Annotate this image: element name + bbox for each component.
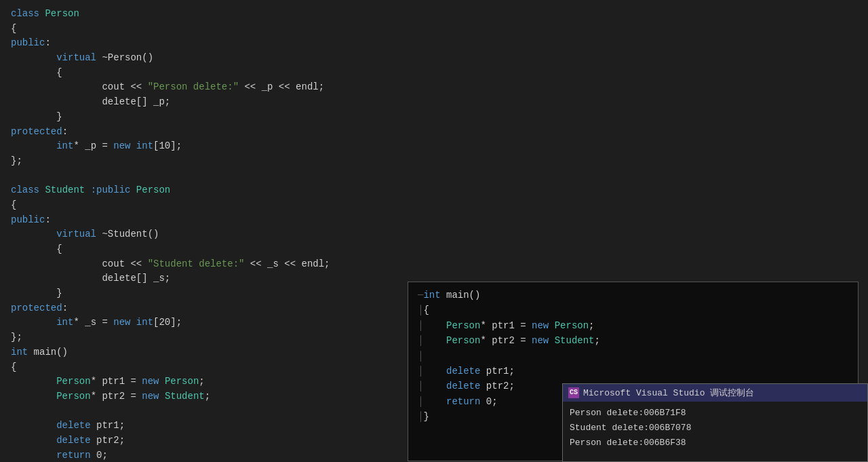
code-line: } (11, 110, 861, 125)
console-line: Person delete:006B6F38 (570, 436, 861, 450)
console-output: Person delete:006B71F8Student delete:006… (563, 402, 867, 455)
code-line: }; (11, 154, 861, 169)
console-title: Microsoft Visual Studio 调试控制台 (583, 387, 754, 399)
code-line: public: (11, 36, 861, 51)
code-line: cout << "Student delete:" << _s << endl; (11, 257, 861, 272)
code-line: virtual ~Person() (11, 51, 861, 66)
overlay-line: │ Person* ptr1 = new Person; (418, 318, 851, 333)
code-line: { (11, 22, 861, 37)
overlay-line: │ (418, 349, 851, 364)
overlay-line: ─int main() (418, 288, 851, 303)
code-line: { (11, 198, 861, 213)
code-line: class Student :public Person (11, 183, 861, 198)
code-line: public: (11, 213, 861, 228)
code-line: int* _p = new int[10]; (11, 139, 861, 154)
code-line: cout << "Person delete:" << _p << endl; (11, 80, 861, 95)
code-line: protected: (11, 125, 861, 140)
overlay-line: │ delete ptr1; (418, 364, 851, 379)
console-line: Student delete:006B7078 (570, 421, 861, 436)
code-line: delete[] _p; (11, 95, 861, 110)
console-panel: CS Microsoft Visual Studio 调试控制台 Person … (562, 383, 868, 462)
vs-icon: CS (568, 387, 579, 398)
overlay-line: │ Person* ptr2 = new Student; (418, 333, 851, 348)
overlay-line: │{ (418, 303, 851, 317)
code-line: class Person (11, 7, 861, 22)
console-line: Person delete:006B71F8 (570, 406, 861, 421)
console-header: CS Microsoft Visual Studio 调试控制台 (563, 384, 867, 402)
code-line: { (11, 66, 861, 81)
code-line (11, 169, 861, 184)
code-line: virtual ~Student() (11, 227, 861, 242)
code-line: { (11, 242, 861, 257)
